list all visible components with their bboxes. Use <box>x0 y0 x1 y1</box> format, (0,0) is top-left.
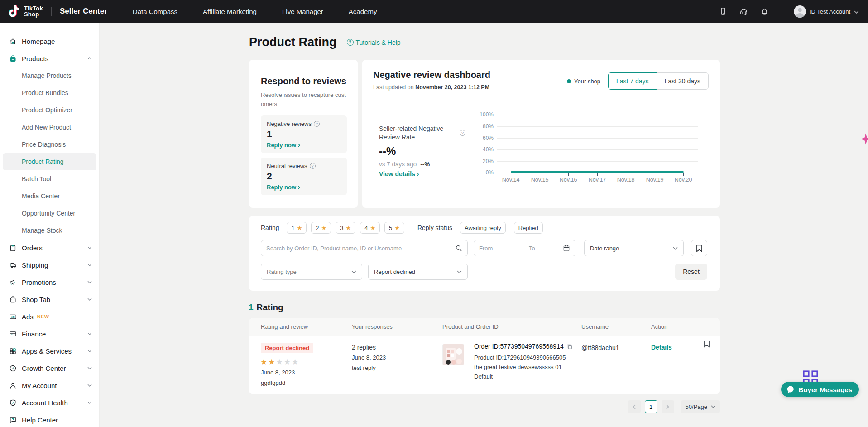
neutral-reviews-count: 2 <box>267 171 341 182</box>
sidebar-item-opportunity-center[interactable]: Opportunity Center <box>0 205 99 222</box>
page-size-select[interactable]: 50/Page <box>681 400 720 413</box>
sidebar-item-account-health[interactable]: Account Health <box>0 394 99 411</box>
ratings-table-card: Rating and review Your responses Product… <box>249 318 720 394</box>
saved-filters-bookmark-button[interactable] <box>691 240 707 256</box>
support-headset-icon[interactable] <box>739 6 749 16</box>
report-status-select[interactable]: Report declined <box>368 264 468 280</box>
sidebar-item-batch-tool[interactable]: Batch Tool <box>0 170 99 187</box>
sidebar-item-help-center[interactable]: Help Center <box>0 411 99 427</box>
sidebar-item-homepage[interactable]: Homepage <box>0 33 99 50</box>
col-action: Action <box>651 318 667 336</box>
sidebar-item-promotions[interactable]: Promotions <box>0 273 99 291</box>
sidebar: Homepage Products Manage Products Produc… <box>0 23 100 427</box>
col-product-and-order-id: Product and Order ID <box>442 318 499 336</box>
buyer-messages-button[interactable]: Buyer Messages <box>781 382 859 397</box>
topbar-right-divider <box>782 8 782 15</box>
sidebar-item-product-optimizer[interactable]: Product Optimizer <box>0 101 99 119</box>
your-shop-series-line <box>511 171 684 173</box>
chevron-down-icon <box>87 246 92 249</box>
tutorials-help-link[interactable]: ? Tutorials & Help <box>347 39 401 46</box>
shield-icon <box>9 399 17 407</box>
promotions-megaphone-icon <box>9 278 17 286</box>
negative-review-line-chart: 100% 80% 60% 40% 20% 0% Nov.14 Nov.15 No… <box>362 60 720 208</box>
ai-assistant-sparkle-icon[interactable] <box>859 132 868 148</box>
date-to-placeholder: To <box>529 245 535 252</box>
sidebar-item-shipping[interactable]: Shipping <box>0 256 99 273</box>
page-number-button[interactable]: 1 <box>645 400 657 413</box>
seller-center-title[interactable]: Seller Center <box>60 7 107 16</box>
sidebar-item-shop-tab[interactable]: Shop Tab <box>0 291 99 308</box>
apps-grid-icon <box>9 347 17 355</box>
username: @tt88dachu1 <box>581 344 619 351</box>
details-link[interactable]: Details <box>651 344 672 351</box>
sidebar-item-ads[interactable]: AD Ads NEW <box>0 308 99 325</box>
mobile-app-icon[interactable] <box>718 6 728 16</box>
replied-chip[interactable]: Replied <box>514 222 543 234</box>
sidebar-item-media-center[interactable]: Media Center <box>0 187 99 205</box>
tiktok-shop-logo[interactable]: TikTok Shop <box>9 5 43 18</box>
chevron-down-icon <box>87 332 92 335</box>
copy-order-id-icon[interactable] <box>566 344 572 350</box>
products-bag-icon <box>9 55 17 62</box>
finance-card-icon <box>9 330 17 338</box>
reset-button[interactable]: Reset <box>675 264 707 280</box>
product-thumbnail[interactable] <box>442 344 464 365</box>
bookmark-row-icon[interactable] <box>704 340 710 350</box>
date-range-select[interactable]: Date range <box>584 240 684 256</box>
reply-now-link-negative[interactable]: Reply now <box>267 142 341 149</box>
nav-data-compass[interactable]: Data Compass <box>133 8 177 15</box>
x-axis-label: Nov.16 <box>554 177 583 183</box>
awaiting-reply-chip[interactable]: Awaiting reply <box>460 222 506 234</box>
negative-reviews-count: 1 <box>267 129 341 139</box>
rating-type-select[interactable]: Rating type <box>261 264 362 280</box>
nav-academy[interactable]: Academy <box>349 8 377 15</box>
sidebar-item-finance[interactable]: Finance <box>0 325 99 342</box>
account-name: ID Test Account <box>810 8 850 15</box>
search-icon[interactable] <box>455 245 462 252</box>
rating-4-star-chip[interactable]: 4★ <box>360 222 380 234</box>
nav-live-manager[interactable]: Live Manager <box>282 8 323 15</box>
y-axis-label: 20% <box>471 158 494 164</box>
rating-1-star-chip[interactable]: 1★ <box>287 222 307 234</box>
date-from-to-picker[interactable]: From - To <box>474 240 575 256</box>
sidebar-item-manage-stock[interactable]: Manage Stock <box>0 222 99 239</box>
reply-now-link-neutral[interactable]: Reply now <box>267 184 341 191</box>
sidebar-item-add-new-product[interactable]: Add New Product <box>0 119 99 136</box>
sidebar-item-my-account[interactable]: My Account <box>0 377 99 394</box>
rating-2-star-chip[interactable]: 2★ <box>311 222 331 234</box>
review-star: ★ <box>292 358 299 366</box>
next-page-button[interactable] <box>662 400 674 413</box>
info-icon[interactable]: ? <box>314 121 320 127</box>
chevron-right-icon <box>297 185 300 190</box>
sidebar-item-product-bundles[interactable]: Product Bundles <box>0 84 99 101</box>
user-icon <box>9 382 17 389</box>
info-icon[interactable]: ? <box>310 163 316 169</box>
sidebar-item-price-diagnosis[interactable]: Price Diagnosis <box>0 136 99 153</box>
negative-review-dashboard-card: Negative review dashboard Last updated o… <box>362 60 720 208</box>
rating-3-star-chip[interactable]: 3★ <box>336 222 355 234</box>
chevron-down-icon <box>87 350 92 352</box>
chevron-down-icon <box>711 405 715 408</box>
tiktok-icon <box>9 5 21 18</box>
col-username: Username <box>581 318 609 336</box>
sidebar-item-growth-center[interactable]: Growth Center <box>0 360 99 377</box>
sidebar-item-apps-services[interactable]: Apps & Services <box>0 342 99 360</box>
ratings-count-heading: 1Rating <box>249 302 283 312</box>
sidebar-item-product-rating[interactable]: Product Rating <box>3 153 96 170</box>
star-icon: ★ <box>297 225 302 231</box>
review-star: ★ <box>276 358 284 366</box>
chevron-left-icon <box>633 404 636 409</box>
nav-affiliate-marketing[interactable]: Affiliate Marketing <box>203 8 257 15</box>
new-badge: NEW <box>37 314 49 319</box>
last-7-days-button[interactable]: Last 7 days <box>608 72 657 90</box>
previous-page-button[interactable] <box>628 400 641 413</box>
chevron-down-icon <box>87 298 92 301</box>
notifications-bell-icon[interactable] <box>760 6 770 16</box>
sidebar-item-products[interactable]: Products <box>0 50 99 67</box>
chevron-right-icon <box>666 404 669 409</box>
sidebar-item-manage-products[interactable]: Manage Products <box>0 67 99 84</box>
account-menu[interactable]: ID Test Account <box>794 5 859 18</box>
search-input[interactable] <box>266 245 449 252</box>
sidebar-item-orders[interactable]: Orders <box>0 239 99 256</box>
rating-5-star-chip[interactable]: 5★ <box>384 222 404 234</box>
